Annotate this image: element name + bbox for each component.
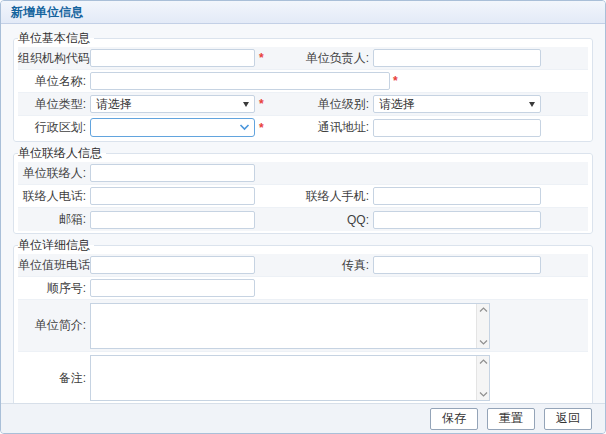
add-unit-dialog: 新增单位信息 单位基本信息 组织机构代码: * 单位负责人: 单位名称: * 单… — [0, 0, 606, 434]
dialog-title: 新增单位信息 — [11, 4, 83, 21]
seq-no-input[interactable] — [90, 279, 255, 297]
unit-level-value: 请选择 — [379, 96, 415, 113]
row-unit-intro: 单位简介: — [18, 300, 588, 352]
address-input[interactable] — [373, 119, 541, 137]
remark-field — [90, 355, 490, 401]
admin-region-label: 行政区划: — [18, 119, 86, 136]
admin-region-combobox[interactable] — [90, 118, 255, 137]
fax-input[interactable] — [373, 256, 541, 274]
section-basic-info: 单位基本信息 组织机构代码: * 单位负责人: 单位名称: * 单位类型: 请选… — [13, 30, 593, 142]
row-unit-name: 单位名称: * — [18, 70, 588, 93]
duty-phone-input[interactable] — [90, 256, 255, 274]
section-detail-legend: 单位详细信息 — [18, 237, 94, 254]
unit-name-input[interactable] — [90, 72, 390, 90]
contact-mobile-input[interactable] — [373, 187, 541, 205]
contact-mobile-label: 联络人手机: — [277, 188, 369, 205]
required-marker: * — [393, 75, 541, 87]
unit-intro-textarea[interactable] — [91, 304, 476, 348]
qq-input[interactable] — [373, 211, 541, 229]
section-basic-legend: 单位基本信息 — [18, 30, 94, 47]
address-label: 通讯地址: — [277, 119, 369, 136]
back-button[interactable]: 返回 — [544, 408, 592, 430]
unit-name-label: 单位名称: — [18, 73, 86, 90]
contact-person-label: 单位联络人: — [18, 165, 86, 182]
remark-label: 备注: — [18, 370, 86, 387]
org-code-label: 组织机构代码: — [18, 50, 86, 67]
unit-intro-scrollbar[interactable] — [476, 304, 489, 348]
remark-textarea[interactable] — [91, 356, 476, 400]
leader-input[interactable] — [373, 49, 541, 67]
unit-intro-label: 单位简介: — [18, 317, 86, 334]
remark-scrollbar[interactable] — [476, 356, 489, 400]
unit-level-label: 单位级别: — [277, 96, 369, 113]
section-contact-legend: 单位联络人信息 — [18, 145, 106, 162]
row-admin-region: 行政区划: * 通讯地址: — [18, 116, 588, 139]
chevron-down-icon — [239, 124, 250, 131]
email-input[interactable] — [90, 211, 255, 229]
unit-type-select[interactable]: 请选择 — [90, 95, 255, 113]
unit-level-select[interactable]: 请选择 — [373, 95, 541, 113]
seq-no-label: 顺序号: — [18, 280, 86, 297]
dialog-header: 新增单位信息 — [1, 1, 605, 24]
row-seq-no: 顺序号: — [18, 277, 588, 300]
org-code-input[interactable] — [90, 49, 255, 67]
duty-phone-label: 单位值班电话: — [18, 257, 86, 274]
caret-down-icon — [243, 102, 249, 107]
scroll-up-icon[interactable] — [479, 307, 488, 313]
row-contact-person: 单位联络人: — [18, 162, 588, 185]
section-contact-info: 单位联络人信息 单位联络人: 联络人电话: 联络人手机: 邮箱: QQ: — [13, 145, 593, 234]
required-marker: * — [259, 122, 273, 134]
contact-person-input[interactable] — [90, 164, 255, 182]
row-remark: 备注: — [18, 352, 588, 403]
scroll-down-icon[interactable] — [479, 339, 488, 345]
unit-type-value: 请选择 — [96, 96, 132, 113]
required-marker: * — [259, 52, 273, 64]
unit-type-label: 单位类型: — [18, 96, 86, 113]
row-unit-type: 单位类型: 请选择 * 单位级别: 请选择 — [18, 93, 588, 116]
row-org-code: 组织机构代码: * 单位负责人: — [18, 47, 588, 70]
row-email: 邮箱: QQ: — [18, 208, 588, 231]
form-content: 单位基本信息 组织机构代码: * 单位负责人: 单位名称: * 单位类型: 请选… — [1, 24, 605, 403]
row-contact-phone: 联络人电话: 联络人手机: — [18, 185, 588, 208]
contact-phone-label: 联络人电话: — [18, 188, 86, 205]
reset-button[interactable]: 重置 — [487, 408, 535, 430]
contact-phone-input[interactable] — [90, 187, 255, 205]
qq-label: QQ: — [277, 213, 369, 227]
fax-label: 传真: — [277, 257, 369, 274]
caret-down-icon — [529, 102, 535, 107]
scroll-up-icon[interactable] — [479, 359, 488, 365]
required-marker: * — [259, 98, 273, 110]
row-duty-phone: 单位值班电话: 传真: — [18, 254, 588, 277]
unit-intro-field — [90, 303, 490, 349]
leader-label: 单位负责人: — [277, 50, 369, 67]
footer-bar: 保存 重置 返回 — [1, 403, 605, 433]
save-button[interactable]: 保存 — [430, 408, 478, 430]
scroll-down-icon[interactable] — [479, 391, 488, 397]
email-label: 邮箱: — [18, 211, 86, 228]
section-detail-info: 单位详细信息 单位值班电话: 传真: 顺序号: 单位简介: — [13, 237, 593, 403]
